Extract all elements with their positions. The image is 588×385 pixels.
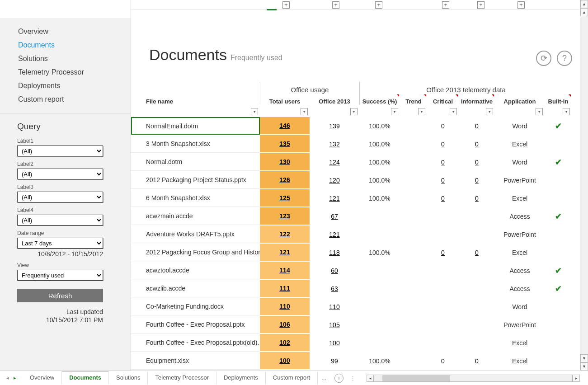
filter-icon[interactable]: ▾ [301, 108, 308, 115]
cell-critical[interactable]: 0 [427, 177, 459, 184]
filter-icon[interactable]: ▾ [563, 108, 570, 115]
cell-total-users[interactable]: 122 [260, 225, 310, 243]
cell-total-users[interactable]: 110 [260, 298, 310, 315]
table-row[interactable]: acwzlib.accde11163Access✔ [131, 280, 588, 298]
cell-office2013[interactable]: 132 [310, 141, 359, 148]
cell-critical[interactable]: 0 [427, 249, 459, 256]
cell-office2013[interactable]: 100 [310, 339, 359, 347]
expand-icon[interactable]: + [517, 1, 525, 9]
expand-icon[interactable]: + [477, 1, 485, 9]
cell-total-users[interactable]: 123 [260, 207, 310, 225]
column-critical[interactable]: Critical [427, 94, 459, 108]
cell-informative[interactable]: 0 [459, 177, 495, 184]
cell-informative[interactable]: 0 [459, 249, 495, 256]
cell-office2013[interactable]: 121 [310, 231, 359, 238]
cell-total-users[interactable]: 126 [260, 171, 310, 189]
filter-icon[interactable]: ▾ [418, 108, 425, 115]
column-total-users[interactable]: Total users [260, 94, 310, 108]
cell-office2013[interactable]: 63 [310, 285, 359, 292]
cell-office2013[interactable]: 60 [310, 267, 359, 274]
refresh-button[interactable]: Refresh [17, 289, 103, 302]
cell-total-users[interactable]: 130 [260, 153, 310, 171]
cell-office2013[interactable]: 120 [310, 177, 359, 184]
table-row[interactable]: acwzmain.accde12367Access✔ [131, 207, 588, 225]
table-row[interactable]: Co-Marketing Funding.docx110110Word [131, 298, 588, 316]
table-row[interactable]: NormalEmail.dotm146139100.0%00Word✔ [131, 117, 588, 135]
cell-office2013[interactable]: 105 [310, 321, 359, 329]
cell-total-users[interactable]: 100 [260, 352, 310, 370]
table-row[interactable]: Fourth Coffee - Exec Proposal.pptx(old).… [131, 334, 588, 352]
cell-office2013[interactable]: 118 [310, 249, 359, 256]
cell-office2013[interactable]: 124 [310, 159, 359, 166]
cell-total-users[interactable]: 125 [260, 189, 310, 207]
label4-select[interactable]: (All) [17, 215, 103, 225]
cell-office2013[interactable]: 139 [310, 122, 359, 130]
label3-select[interactable]: (All) [17, 192, 103, 202]
table-row[interactable]: Fourth Coffee - Exec Proposal.pptx106105… [131, 316, 588, 334]
filter-icon[interactable]: ▾ [450, 108, 457, 115]
column-office2013[interactable]: Office 2013 [310, 94, 359, 108]
expand-icon[interactable]: + [332, 1, 339, 9]
column-filename[interactable]: File name [131, 94, 260, 108]
cell-office2013[interactable]: 110 [310, 303, 359, 310]
scroll-up-icon[interactable]: ▲ [580, 0, 588, 8]
add-sheet-icon[interactable]: + [334, 374, 343, 383]
sheet-tab-custom-report[interactable]: Custom report [266, 371, 318, 385]
filter-icon[interactable]: ▾ [350, 108, 358, 115]
scroll-down-icon[interactable]: ▼ [580, 362, 588, 371]
nav-item-documents[interactable]: Documents [18, 38, 131, 52]
cell-informative[interactable]: 0 [459, 195, 495, 202]
expand-icon[interactable]: + [442, 1, 449, 9]
cell-total-users[interactable]: 146 [260, 117, 310, 135]
table-row[interactable]: 2012 Pagacking Focus Group and Historic1… [131, 244, 588, 262]
cell-critical[interactable]: 0 [427, 122, 459, 130]
view-select[interactable]: Frequently used [17, 270, 103, 281]
cell-total-users[interactable]: 135 [260, 135, 310, 153]
table-row[interactable]: acwztool.accde11460Access✔ [131, 262, 588, 280]
sheet-tab-overview[interactable]: Overview [23, 371, 62, 385]
cell-informative[interactable]: 0 [459, 357, 495, 365]
cell-office2013[interactable]: 67 [310, 213, 359, 220]
cell-informative[interactable]: 0 [459, 122, 495, 130]
cell-office2013[interactable]: 121 [310, 195, 359, 202]
tab-nav-first-icon[interactable]: ◂ [6, 375, 9, 381]
nav-item-deployments[interactable]: Deployments [18, 79, 131, 93]
table-row[interactable]: 3 Month Snapshot.xlsx135132100.0%00Excel [131, 135, 588, 153]
table-row[interactable]: Adventure Works DRAFT5.pptx122121PowerPo… [131, 225, 588, 244]
cell-critical[interactable]: 0 [427, 357, 459, 365]
table-row[interactable]: Equipment.xlsx10099100.0%00Excel [131, 352, 588, 370]
tab-nav-next-icon[interactable]: ▸ [14, 375, 16, 381]
filter-icon[interactable]: ▾ [251, 108, 258, 115]
cell-office2013[interactable]: 99 [310, 357, 359, 365]
filter-icon[interactable]: ▾ [391, 108, 398, 115]
label1-select[interactable]: (All) [17, 146, 103, 156]
sheet-tab-deployments[interactable]: Deployments [216, 371, 266, 385]
cell-critical[interactable]: 0 [427, 195, 459, 202]
tabs-ellipsis[interactable]: ... [318, 375, 330, 381]
column-informative[interactable]: Informative [459, 94, 495, 108]
cell-total-users[interactable]: 121 [260, 244, 310, 261]
scroll-down-icon[interactable]: ▼ [580, 354, 588, 362]
nav-item-solutions[interactable]: Solutions [18, 52, 131, 66]
cell-total-users[interactable]: 102 [260, 334, 310, 352]
filter-icon[interactable]: ▾ [536, 108, 543, 115]
column-success[interactable]: Success (%) [359, 94, 400, 108]
help-icon[interactable]: ? [557, 51, 572, 66]
sheet-tab-documents[interactable]: Documents [62, 371, 109, 385]
date-range-select[interactable]: Last 7 days [17, 238, 103, 249]
vertical-scrollbar[interactable]: ▲ ▲ ▼ ▼ [580, 0, 588, 371]
table-row[interactable]: Normal.dotm130124100.0%00Word✔ [131, 153, 588, 171]
cell-critical[interactable]: 0 [427, 159, 459, 166]
cell-total-users[interactable]: 106 [260, 316, 310, 333]
cell-informative[interactable]: 0 [459, 141, 495, 148]
cell-critical[interactable]: 0 [427, 141, 459, 148]
sheet-tab-solutions[interactable]: Solutions [109, 371, 148, 385]
table-row[interactable]: 2012 Packaging Project Status.pptx126120… [131, 171, 588, 189]
expand-icon[interactable]: + [282, 1, 290, 9]
scroll-left-icon[interactable]: ◂ [367, 375, 374, 382]
cell-total-users[interactable]: 111 [260, 280, 310, 297]
nav-item-custom-report[interactable]: Custom report [18, 93, 131, 106]
refresh-icon[interactable]: ⟳ [536, 51, 551, 66]
scroll-up-icon[interactable]: ▲ [580, 8, 588, 16]
filter-icon[interactable]: ▾ [486, 108, 493, 115]
